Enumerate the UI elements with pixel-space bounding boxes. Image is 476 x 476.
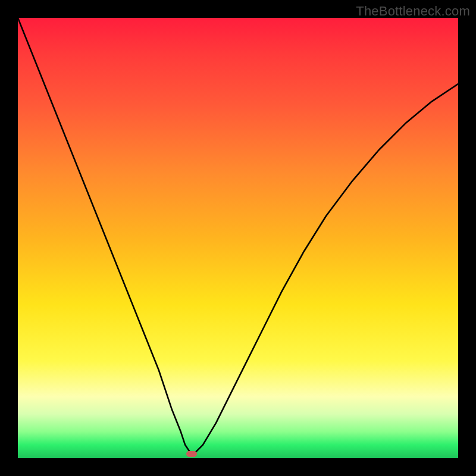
min-marker	[186, 451, 197, 457]
chart-frame: TheBottleneck.com	[0, 0, 476, 476]
watermark-text: TheBottleneck.com	[356, 4, 470, 19]
bottleneck-curve	[18, 18, 458, 458]
plot-area	[18, 18, 458, 458]
